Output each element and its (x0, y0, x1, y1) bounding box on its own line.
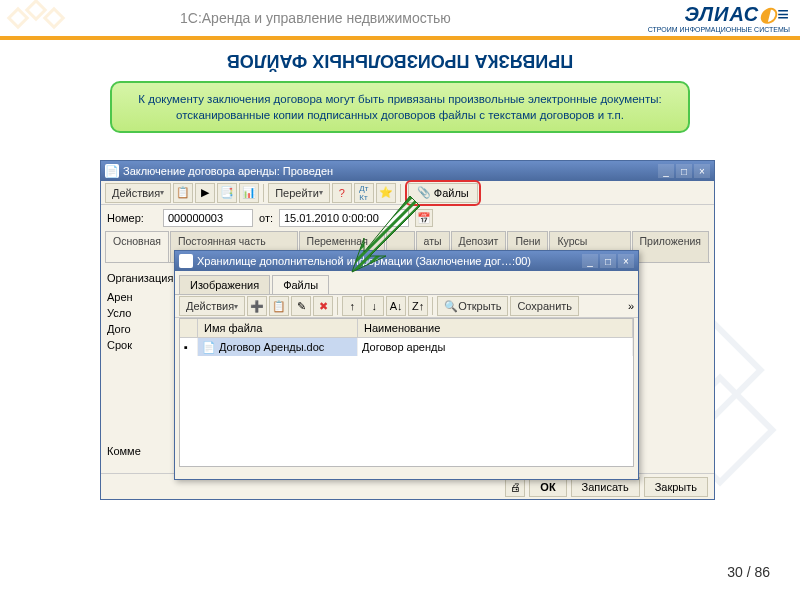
favorite-icon[interactable]: ⭐ (376, 183, 396, 203)
post-icon[interactable]: ▶ (195, 183, 215, 203)
table-row[interactable]: ▪ 📄 Договор Аренды.doc Договор аренды (180, 338, 633, 356)
tab-attach[interactable]: Приложения (632, 231, 709, 262)
titlebar-2[interactable]: 🗂 Хранилище дополнительной информации (З… (175, 251, 638, 271)
tab-files[interactable]: Файлы (272, 275, 329, 294)
files-button[interactable]: 📎 Файлы (408, 183, 478, 203)
help-icon[interactable]: ? (332, 183, 352, 203)
page-header: 1С:Аренда и управление недвижимостью ЭЛИ… (0, 0, 800, 36)
maximize-button[interactable]: □ (676, 164, 692, 178)
add-row-icon[interactable]: ➕ (247, 296, 267, 316)
row-marker-icon: ▪ (184, 341, 188, 353)
contr-label: Дого (107, 323, 177, 335)
org-label: Организация: (107, 272, 177, 284)
edit-row-icon[interactable]: ✎ (291, 296, 311, 316)
sort-az-icon[interactable]: A↓ (386, 296, 406, 316)
comm-label: Комме (107, 445, 177, 457)
tab-main[interactable]: Основная (105, 231, 169, 262)
section-title: ПРИВЯЗКА ПРОИЗВОЛЬНЫХ ФАЙЛОВ (0, 50, 800, 71)
minimize-button[interactable]: _ (658, 164, 674, 178)
tenant-label: Арен (107, 291, 177, 303)
maximize-button-2[interactable]: □ (600, 254, 616, 268)
copy-row-icon[interactable]: 📋 (269, 296, 289, 316)
doc-icon: 📄 (202, 341, 216, 354)
titlebar[interactable]: 📄 Заключение договора аренды: Проведен _… (101, 161, 714, 181)
open-button[interactable]: 🔍 Открыть (437, 296, 508, 316)
report-icon[interactable]: 📊 (239, 183, 259, 203)
file-name: Договор Аренды.doc (219, 341, 324, 353)
page-number: 30 / 86 (727, 564, 770, 580)
actions-menu[interactable]: Действия (105, 183, 171, 203)
calendar-icon[interactable]: 📅 (415, 209, 433, 227)
files-button-highlight: 📎 Файлы (405, 180, 481, 206)
term-label: Срок (107, 339, 177, 351)
col-filename[interactable]: Имя файла (198, 319, 358, 337)
move-up-icon[interactable]: ↑ (342, 296, 362, 316)
product-title: 1С:Аренда и управление недвижимостью (180, 10, 451, 26)
storage-window: 🗂 Хранилище дополнительной информации (З… (174, 250, 639, 480)
files-grid: Имя файла Наименование ▪ 📄 Договор Аренд… (179, 318, 634, 467)
close-button-bottom[interactable]: Закрыть (644, 477, 708, 497)
minimize-button-2[interactable]: _ (582, 254, 598, 268)
window2-title: Хранилище дополнительной информации (Зак… (197, 255, 531, 267)
delete-row-icon[interactable]: ✖ (313, 296, 333, 316)
window-title: Заключение договора аренды: Проведен (123, 165, 333, 177)
number-input[interactable] (163, 209, 253, 227)
cond-label: Усло (107, 307, 177, 319)
col-icon (180, 319, 198, 337)
close-button-2[interactable]: × (618, 254, 634, 268)
save-button[interactable]: Сохранить (510, 296, 579, 316)
list-icon[interactable]: 📑 (217, 183, 237, 203)
more-icon[interactable]: » (628, 300, 634, 312)
dtkt-icon[interactable]: ДтКт (354, 183, 374, 203)
toolbar-2: Действия ➕ 📋 ✎ ✖ ↑ ↓ A↓ Z↑ 🔍 Открыть Сох… (175, 294, 638, 318)
from-label: от: (259, 212, 273, 224)
tab-images[interactable]: Изображения (179, 275, 270, 294)
storage-icon: 🗂 (179, 254, 193, 268)
col-name[interactable]: Наименование (358, 319, 633, 337)
row-name: Договор аренды (358, 338, 633, 356)
add-icon[interactable]: 📋 (173, 183, 193, 203)
callout-box: К документу заключения договора могут бы… (110, 81, 690, 133)
document-icon: 📄 (105, 164, 119, 178)
toolbar: Действия 📋 ▶ 📑 📊 Перейти ? ДтКт ⭐ 📎 Файл… (101, 181, 714, 205)
sort-za-icon[interactable]: Z↑ (408, 296, 428, 316)
paperclip-icon: 📎 (417, 186, 431, 199)
actions-menu-2[interactable]: Действия (179, 296, 245, 316)
close-button[interactable]: × (694, 164, 710, 178)
divider-bar (0, 36, 800, 40)
goto-menu[interactable]: Перейти (268, 183, 330, 203)
brand-logo: ЭЛИАС◐≡ СТРОИМ ИНФОРМАЦИОННЫЕ СИСТЕМЫ (648, 2, 790, 33)
move-down-icon[interactable]: ↓ (364, 296, 384, 316)
number-label: Номер: (107, 212, 157, 224)
date-input[interactable] (279, 209, 409, 227)
